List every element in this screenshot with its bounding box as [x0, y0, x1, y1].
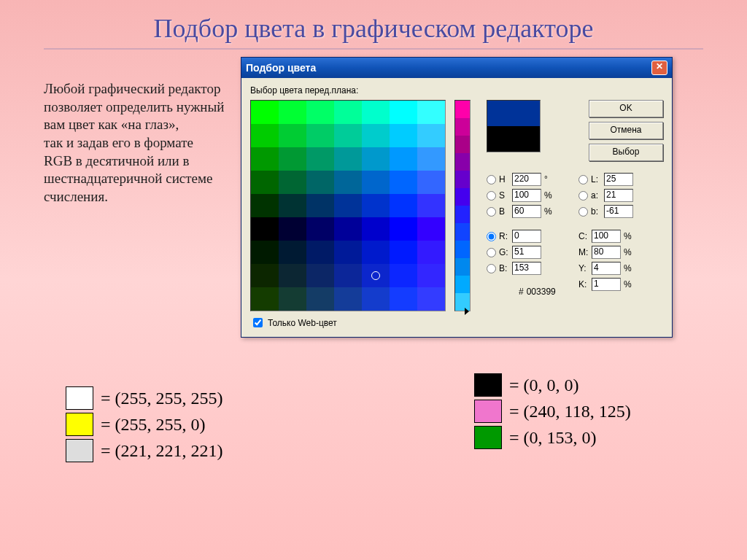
- swatch-cell[interactable]: [417, 241, 445, 264]
- swatch-cell[interactable]: [362, 124, 390, 147]
- swatch-cell[interactable]: [417, 217, 445, 241]
- swatch-cell[interactable]: [390, 287, 417, 311]
- swatch-cell[interactable]: [251, 287, 279, 311]
- swatch-cell[interactable]: [334, 124, 362, 147]
- value-b3[interactable]: 153: [512, 262, 541, 275]
- radio-r[interactable]: [487, 232, 496, 241]
- value-h[interactable]: 220: [512, 173, 541, 186]
- swatch-cell[interactable]: [279, 264, 306, 287]
- cancel-button[interactable]: Отмена: [589, 122, 663, 139]
- value-l[interactable]: 25: [604, 173, 633, 186]
- swatch-cell[interactable]: [279, 241, 306, 264]
- value-r[interactable]: 0: [512, 230, 541, 243]
- swatch-cell[interactable]: [390, 194, 417, 217]
- close-icon[interactable]: ✕: [651, 61, 667, 75]
- swatch-cell[interactable]: [306, 171, 334, 194]
- swatch-cell[interactable]: [306, 147, 334, 171]
- hex-value[interactable]: 003399: [527, 287, 570, 297]
- swatch-cell[interactable]: [334, 264, 362, 287]
- dialog-titlebar[interactable]: Подбор цвета ✕: [241, 58, 672, 78]
- color-swatch-grid[interactable]: [250, 100, 446, 311]
- swatch-cell[interactable]: [362, 147, 390, 171]
- swatch-cell[interactable]: [334, 217, 362, 241]
- swatch-cell[interactable]: [251, 124, 279, 147]
- hue-cell[interactable]: [455, 118, 470, 136]
- swatch-cell[interactable]: [279, 147, 306, 171]
- hue-cell[interactable]: [455, 206, 470, 223]
- swatch-cell[interactable]: [362, 101, 390, 124]
- swatch-cell[interactable]: [334, 194, 362, 217]
- hue-cell[interactable]: [455, 188, 470, 206]
- swatch-cell[interactable]: [390, 264, 417, 287]
- swatch-cell[interactable]: [390, 217, 417, 241]
- radio-s[interactable]: [487, 191, 496, 201]
- swatch-cell[interactable]: [362, 194, 390, 217]
- hue-cell[interactable]: [455, 241, 470, 258]
- swatch-cell[interactable]: [417, 287, 445, 311]
- radio-l[interactable]: [578, 175, 588, 184]
- swatch-cell[interactable]: [279, 194, 306, 217]
- swatch-cell[interactable]: [417, 171, 445, 194]
- swatch-cell[interactable]: [390, 241, 417, 264]
- swatch-cell[interactable]: [251, 171, 279, 194]
- swatch-cell[interactable]: [306, 194, 334, 217]
- swatch-cell[interactable]: [306, 264, 334, 287]
- hue-cell[interactable]: [455, 101, 470, 118]
- swatch-cell[interactable]: [279, 101, 306, 124]
- swatch-cell[interactable]: [334, 287, 362, 311]
- radio-g[interactable]: [487, 248, 496, 257]
- swatch-cell[interactable]: [251, 217, 279, 241]
- swatch-cell[interactable]: [279, 217, 306, 241]
- ok-button[interactable]: OK: [589, 100, 663, 117]
- swatch-cell[interactable]: [251, 194, 279, 217]
- swatch-cell[interactable]: [334, 171, 362, 194]
- value-g[interactable]: 51: [512, 246, 541, 259]
- swatch-cell[interactable]: [251, 101, 279, 124]
- radio-b3[interactable]: [487, 264, 496, 273]
- hue-cell[interactable]: [455, 258, 470, 276]
- swatch-cell[interactable]: [306, 287, 334, 311]
- swatch-cell[interactable]: [390, 124, 417, 147]
- swatch-cell[interactable]: [334, 101, 362, 124]
- value-bb[interactable]: 60: [512, 205, 541, 218]
- value-c[interactable]: 100: [592, 230, 621, 243]
- hue-cell[interactable]: [455, 153, 470, 171]
- radio-a[interactable]: [578, 191, 588, 201]
- swatch-cell[interactable]: [306, 124, 334, 147]
- swatch-cell[interactable]: [251, 241, 279, 264]
- radio-bb[interactable]: [487, 207, 496, 217]
- swatch-cell[interactable]: [306, 241, 334, 264]
- value-y[interactable]: 4: [592, 262, 621, 275]
- swatch-cell[interactable]: [251, 264, 279, 287]
- swatch-cell[interactable]: [390, 101, 417, 124]
- swatch-cell[interactable]: [279, 124, 306, 147]
- radio-b2[interactable]: [578, 207, 588, 217]
- swatch-cell[interactable]: [417, 147, 445, 171]
- swatch-cell[interactable]: [334, 147, 362, 171]
- swatch-cell[interactable]: [417, 124, 445, 147]
- web-only-checkbox[interactable]: [253, 318, 263, 327]
- swatch-cell[interactable]: [362, 287, 390, 311]
- swatch-cell[interactable]: [362, 171, 390, 194]
- swatch-cell[interactable]: [417, 264, 445, 287]
- swatch-cell[interactable]: [417, 101, 445, 124]
- swatch-cell[interactable]: [362, 217, 390, 241]
- hue-cell[interactable]: [455, 276, 470, 293]
- value-m[interactable]: 80: [592, 246, 621, 259]
- value-s[interactable]: 100: [512, 189, 541, 202]
- swatch-cell[interactable]: [334, 241, 362, 264]
- swatch-cell[interactable]: [306, 217, 334, 241]
- choose-button[interactable]: Выбор: [589, 144, 663, 161]
- hue-cell[interactable]: [455, 136, 470, 153]
- swatch-cell[interactable]: [306, 101, 334, 124]
- swatch-cell[interactable]: [279, 287, 306, 311]
- swatch-cell[interactable]: [362, 241, 390, 264]
- hue-cell[interactable]: [455, 223, 470, 241]
- value-k[interactable]: 1: [592, 278, 621, 291]
- swatch-cell[interactable]: [390, 171, 417, 194]
- swatch-cell[interactable]: [417, 194, 445, 217]
- hue-cell[interactable]: [455, 171, 470, 188]
- hue-strip[interactable]: [454, 100, 471, 311]
- swatch-cell[interactable]: [279, 171, 306, 194]
- radio-h[interactable]: [487, 175, 496, 184]
